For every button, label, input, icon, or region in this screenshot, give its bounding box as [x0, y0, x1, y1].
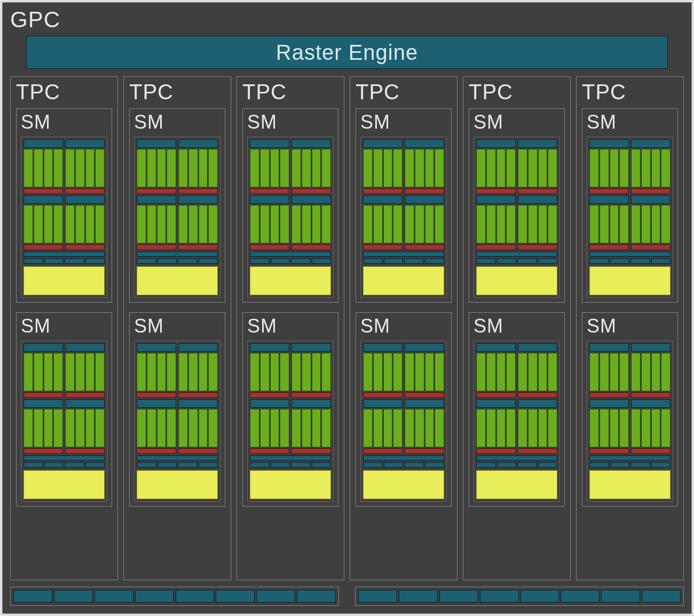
cuda-core — [208, 205, 218, 243]
cuda-core — [476, 205, 486, 243]
cuda-core — [85, 353, 95, 391]
ldst-bar — [363, 188, 403, 194]
sfu-bar — [137, 251, 218, 257]
cuda-core — [415, 149, 424, 187]
sm-half — [23, 195, 63, 250]
cuda-core — [425, 409, 435, 447]
cuda-core — [44, 353, 53, 391]
cuda-core — [208, 149, 218, 187]
cuda-core — [44, 409, 53, 447]
cuda-core — [321, 149, 331, 187]
sm-halves — [250, 399, 331, 454]
ldst-bar — [589, 188, 629, 194]
tex-unit — [363, 462, 383, 468]
sm-half — [589, 399, 629, 454]
core-array — [631, 409, 671, 447]
core-array — [518, 353, 557, 391]
cuda-core — [589, 409, 599, 447]
sfu-bar — [23, 251, 105, 257]
core-array — [631, 353, 671, 391]
cuda-core — [178, 149, 188, 187]
cuda-core — [147, 353, 156, 391]
dispatch-bar — [589, 343, 629, 352]
sm-half — [631, 399, 671, 454]
sm-block: SM — [242, 312, 338, 507]
rop-unit — [94, 590, 133, 603]
cuda-core — [34, 149, 43, 187]
core-array — [589, 149, 629, 187]
tex-unit — [157, 258, 177, 264]
sm-halves — [363, 195, 444, 250]
cuda-core — [641, 149, 651, 187]
tex-unit — [651, 258, 671, 264]
cuda-core — [34, 205, 43, 243]
cuda-core — [270, 205, 280, 243]
cuda-core — [538, 353, 548, 391]
cuda-core — [518, 149, 527, 187]
cuda-core — [53, 409, 63, 447]
core-array — [65, 149, 105, 187]
tex-unit — [497, 462, 517, 468]
sm-inner — [360, 341, 447, 502]
cuda-core — [53, 205, 63, 243]
cuda-core — [383, 353, 393, 391]
sm-inner — [134, 341, 220, 502]
ldst-bar — [589, 392, 629, 398]
sm-half — [23, 343, 63, 398]
cuda-core — [435, 409, 444, 447]
ldst-bar — [65, 392, 105, 398]
tex-unit — [85, 258, 105, 264]
sm-block: SM — [582, 108, 678, 303]
dispatch-bar — [476, 343, 516, 352]
sm-halves — [23, 139, 105, 194]
tpc-block: TPCSMSM — [123, 76, 231, 580]
cuda-core — [291, 205, 301, 243]
cuda-core — [496, 409, 506, 447]
cuda-core — [538, 409, 548, 447]
cuda-core — [528, 205, 538, 243]
ldst-bar — [23, 188, 63, 194]
tex-unit — [363, 258, 383, 264]
cuda-core — [188, 149, 198, 187]
sm-half — [589, 343, 629, 398]
tpc-label: TPC — [356, 80, 452, 104]
sm-block: SM — [129, 108, 225, 303]
sm-halves — [23, 195, 105, 250]
ldst-bar — [631, 244, 671, 250]
cuda-core — [65, 149, 75, 187]
cuda-core — [167, 409, 176, 447]
cuda-core — [548, 409, 557, 447]
tpc-block: TPCSMSM — [10, 76, 118, 580]
ldst-bar — [65, 448, 105, 454]
sm-label: SM — [247, 111, 334, 133]
tex-unit — [250, 258, 270, 264]
ldst-bar — [65, 244, 105, 250]
dispatch-bar — [589, 399, 629, 408]
core-array — [65, 205, 105, 243]
ldst-bar — [363, 448, 403, 454]
tex-unit — [271, 462, 290, 468]
tex-row — [250, 258, 331, 264]
tpc-row: TPCSMSMTPCSMSMTPCSMSMTPCSMSMTPCSMSMTPCSM… — [10, 76, 684, 580]
sm-half — [476, 343, 516, 398]
sfu-bar — [363, 251, 444, 257]
cuda-core — [85, 205, 95, 243]
sm-half — [250, 195, 289, 250]
sm-inner — [474, 341, 560, 502]
tex-unit — [312, 462, 332, 468]
dispatch-bar — [291, 139, 331, 148]
sm-half — [631, 195, 671, 250]
sm-half — [250, 139, 289, 194]
tex-unit — [404, 462, 424, 468]
l1-cache — [363, 266, 444, 295]
cuda-core — [75, 409, 85, 447]
core-array — [178, 205, 218, 243]
cuda-core — [435, 149, 444, 187]
sm-half — [23, 399, 63, 454]
cuda-core — [199, 149, 208, 187]
cuda-core — [302, 409, 311, 447]
cuda-core — [476, 353, 486, 391]
tex-unit — [589, 258, 609, 264]
sm-halves — [476, 139, 557, 194]
cuda-core — [53, 353, 63, 391]
